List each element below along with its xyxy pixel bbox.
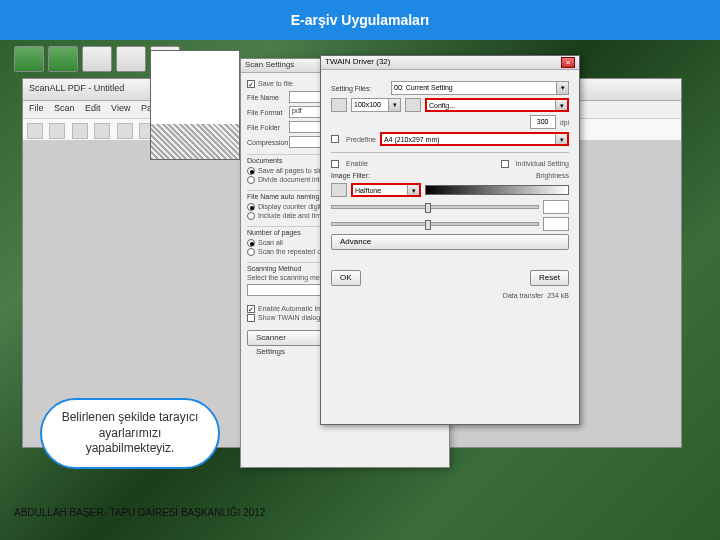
chevron-down-icon: ▾ — [388, 99, 400, 111]
footer-credit: ABDULLAH BAŞER- TAPU DAİRESİ BAŞKANLIĞI … — [14, 507, 265, 518]
dialog-titlebar: TWAIN Driver (32) × — [321, 56, 579, 70]
chevron-down-icon: ▾ — [555, 134, 567, 144]
filter-icon[interactable] — [331, 183, 347, 197]
toolbar-icon[interactable] — [117, 123, 133, 139]
slider-thumb[interactable] — [425, 203, 431, 213]
taskbar-item[interactable] — [82, 46, 112, 72]
toolbar-icon[interactable] — [49, 123, 65, 139]
contrast-value[interactable] — [543, 217, 569, 231]
filter-select[interactable]: Halftone▾ — [351, 183, 421, 197]
checkbox-autoiq[interactable] — [247, 305, 255, 313]
hatch-area — [151, 124, 239, 159]
reset-button[interactable]: Reset — [530, 270, 569, 286]
label: File Name — [247, 94, 289, 101]
papersize-select[interactable]: A4 (210x297 mm)▾ — [380, 132, 569, 146]
menu-item[interactable]: Edit — [85, 103, 101, 113]
chevron-down-icon: ▾ — [556, 82, 568, 94]
label: Individual Setting — [516, 160, 569, 167]
dpi-value[interactable]: 300 — [530, 115, 556, 129]
label: Save to file — [258, 80, 293, 87]
checkbox-savetofile[interactable] — [247, 80, 255, 88]
checkbox-twain[interactable] — [247, 314, 255, 322]
status-bar: Data transfer 234 kB — [331, 292, 569, 299]
label: Include date and time — [258, 212, 325, 219]
checkbox-enable[interactable] — [331, 160, 339, 168]
toolbar-icon[interactable] — [27, 123, 43, 139]
toolbar-icon[interactable] — [94, 123, 110, 139]
size-select[interactable]: 100x100▾ — [351, 98, 401, 112]
taskbar-item[interactable] — [14, 46, 44, 72]
menu-item[interactable]: Scan — [54, 103, 75, 113]
radio-scanrepeat[interactable] — [247, 248, 255, 256]
radio-scanall[interactable] — [247, 239, 255, 247]
label: Scan all — [258, 239, 283, 246]
contrast-slider[interactable] — [331, 222, 539, 226]
chevron-down-icon: ▾ — [407, 185, 419, 195]
label: Divide document into — [258, 176, 323, 183]
orient-icon[interactable] — [405, 98, 421, 112]
label: Brightness — [536, 172, 569, 179]
ok-button[interactable]: OK — [331, 270, 361, 286]
close-icon[interactable]: × — [561, 57, 575, 68]
menu-item[interactable]: View — [111, 103, 130, 113]
menu-item[interactable]: File — [29, 103, 44, 113]
label: Display counter digit — [258, 203, 321, 210]
checkbox-individual[interactable] — [501, 160, 509, 168]
label: Setting Files: — [331, 85, 387, 92]
radio-allpages[interactable] — [247, 167, 255, 175]
checkbox-predefine[interactable] — [331, 135, 339, 143]
label: dpi — [560, 119, 569, 126]
slide-header: E-arşiv Uygulamaları — [0, 0, 720, 40]
scanner-settings-button[interactable]: Scanner Settings — [247, 330, 322, 346]
advance-button[interactable]: Advance — [331, 234, 569, 250]
chevron-down-icon: ▾ — [555, 100, 567, 110]
radio-counter[interactable] — [247, 203, 255, 211]
radio-date[interactable] — [247, 212, 255, 220]
label: File Format — [247, 109, 289, 116]
label: Compression — [247, 139, 289, 146]
callout-bubble: Belirlenen şekilde tarayıcı ayarlarımızı… — [40, 398, 220, 469]
taskbar-item[interactable] — [116, 46, 146, 72]
taskbar-item[interactable] — [48, 46, 78, 72]
setting-files-select[interactable]: 00: Current Setting▾ — [391, 81, 569, 95]
brightness-slider[interactable] — [331, 205, 539, 209]
radio-divide[interactable] — [247, 176, 255, 184]
scan-icon[interactable] — [331, 98, 347, 112]
brightness-value[interactable] — [543, 200, 569, 214]
dialog-twain: TWAIN Driver (32) × Setting Files: 00: C… — [320, 55, 580, 425]
config-select[interactable]: Config...▾ — [425, 98, 569, 112]
preview-panel — [150, 50, 240, 160]
slider-thumb[interactable] — [425, 220, 431, 230]
dialog-title: TWAIN Driver (32) — [325, 57, 390, 68]
label: Predefine — [346, 136, 376, 143]
label: Enable — [346, 160, 368, 167]
gradient-preview — [425, 185, 569, 195]
toolbar-icon[interactable] — [72, 123, 88, 139]
label: File Folder — [247, 124, 289, 131]
label: Image Filter: — [331, 172, 387, 179]
